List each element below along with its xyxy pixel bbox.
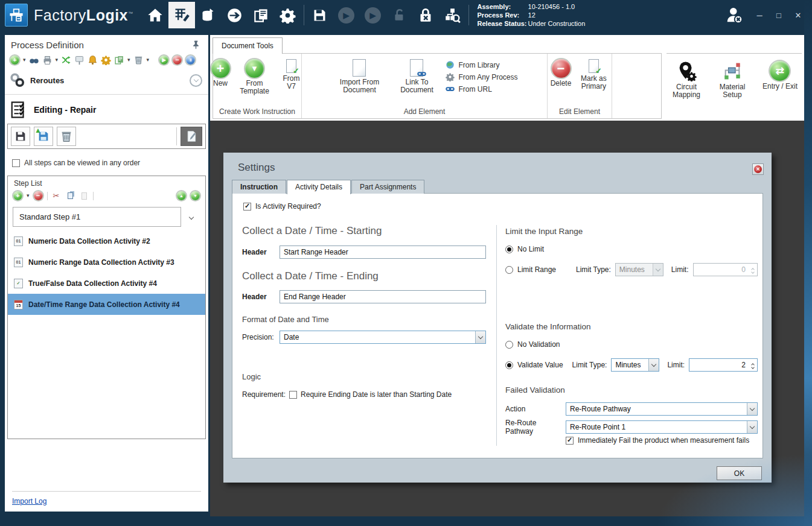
is-activity-required-checkbox[interactable] [243,203,251,211]
trash-dropdown-icon[interactable]: ▾ [147,57,150,63]
titlebar: FactoryLogix™ ▶ ▶ Assembly:10-210456 - 1… [0,0,812,30]
bell-icon[interactable] [88,55,98,65]
validate-value-radio[interactable] [505,361,513,369]
print-icon[interactable] [42,55,53,65]
add-icon[interactable]: + [10,55,20,65]
limit-range-radio[interactable] [505,266,513,274]
add-circle-icon: + [211,59,230,78]
no-limit-row[interactable]: No Limit [505,245,544,253]
step-selector-value[interactable]: Standard Step #1 [13,207,181,227]
no-limit-radio[interactable] [505,246,513,253]
find-icon[interactable] [29,55,39,65]
mark-as-primary-button[interactable]: ✓ Mark as Primary [575,58,612,92]
entry-exit-button[interactable]: ⇄ Entry / Exit [759,60,801,119]
start-header-input[interactable]: Start Range Header [280,246,486,259]
maximize-button[interactable]: □ [771,11,787,20]
material-setup-button[interactable]: Material Setup [714,60,751,119]
sign-icon[interactable] [74,55,85,65]
move-up-icon[interactable]: ▲ [176,191,187,201]
step-list-item[interactable]: ✓ True/False Data Collection Activity #4 [8,273,205,294]
minimize-button[interactable]: ─ [752,11,767,20]
pin-icon[interactable] [191,40,201,50]
reroute-pathway-select[interactable]: Re-Route Point 1 [566,420,758,434]
add-step-icon[interactable]: + [13,191,23,201]
window-edge-decoration [804,0,812,526]
chevron-down-icon[interactable] [747,421,757,433]
dialog-close-button[interactable]: ✕ [752,163,764,175]
import-log-link[interactable]: Import Log [12,497,46,505]
user-logout-icon[interactable] [720,2,748,28]
end-header-input[interactable]: End Range Header [280,290,486,303]
save-icon[interactable] [307,2,333,28]
precision-select[interactable]: Date [280,331,486,344]
save-step-button[interactable] [11,127,30,146]
any-order-checkbox[interactable] [12,159,20,167]
chevron-down-icon [653,264,663,276]
move-down-icon[interactable]: ▼ [190,191,200,201]
validate-value-row[interactable]: Validate Value Limit Type: Minutes Limit… [505,358,758,372]
transfer-icon[interactable] [222,2,248,28]
limit-range-row[interactable]: Limit Range Limit Type: Minutes Limit: 0 [505,263,758,276]
edit-mode-button[interactable] [181,127,202,146]
paste-icon [79,191,89,201]
import-data-icon[interactable] [195,2,222,28]
circuit-mapping-button[interactable]: Circuit Mapping [668,60,705,119]
copy-icon[interactable] [65,191,75,201]
step-list-item-selected[interactable]: 15 Date/Time Range Data Collection Activ… [8,294,205,315]
limit-type-select[interactable]: Minutes [611,358,659,372]
action-select[interactable]: Re-Route Pathway [566,402,758,416]
print-dropdown-icon[interactable]: ▾ [56,57,59,63]
remove-step-icon[interactable]: − [33,191,43,201]
from-url-button[interactable]: From URL [446,84,517,93]
limit-spinner[interactable]: 2 [689,358,758,372]
save-import-button[interactable]: ▲ [34,127,53,146]
link-to-document-button[interactable]: Link To Document [394,58,440,95]
add-step-dropdown-icon[interactable]: ▾ [27,193,30,198]
is-activity-required-row[interactable]: Is Activity Required? [243,202,321,211]
from-template-button[interactable]: ▼ From Template [234,58,275,97]
chevron-down-icon[interactable] [648,359,659,371]
process-designer-icon[interactable] [168,2,195,28]
settings-gear-icon[interactable] [275,2,301,28]
step-selector[interactable]: Standard Step #1 [13,207,200,227]
from-library-button[interactable]: From Library [446,60,517,69]
gear-icon[interactable] [101,55,111,65]
step-list-item[interactable]: 01 Numeric Data Collection Activity #2 [8,230,205,252]
no-validation-row[interactable]: No Validation [505,340,560,349]
reroute-icon[interactable] [61,55,71,65]
is-activity-required-label: Is Activity Required? [255,202,321,211]
no-validation-radio[interactable] [505,341,513,349]
trash-icon[interactable] [133,55,144,65]
process-search-icon[interactable] [440,2,466,28]
export-icon[interactable] [114,55,124,65]
documents-icon[interactable] [248,2,275,28]
add-dropdown-icon[interactable]: ▾ [23,57,26,63]
chevron-down-icon[interactable] [475,331,485,343]
start-icon[interactable]: ▶ [159,55,169,65]
lock-close-icon[interactable] [413,2,440,28]
delete-element-button[interactable]: − Delete [548,58,575,89]
delete-step-button[interactable] [57,127,76,146]
step-list-item[interactable]: 01 Numeric Range Data Collection Activit… [8,252,205,273]
stop-icon[interactable]: − [172,55,182,65]
requirement-checkbox[interactable] [289,391,297,399]
step-list-title: Step List [8,176,205,189]
import-from-document-button[interactable]: Import From Document [331,58,388,95]
tab-activity-details[interactable]: Activity Details [287,180,351,194]
reroutes-row[interactable]: Reroutes [5,68,208,95]
tab-document-tools[interactable]: Document Tools [213,37,283,54]
cut-icon[interactable]: ✂ [51,191,62,201]
immediately-fail-row[interactable]: Immediately Fail the product when measur… [566,436,749,445]
tab-part-assignments[interactable]: Part Assignments [351,180,424,194]
any-order-row[interactable]: All steps can be viewed in any order [5,149,208,173]
tab-instruction[interactable]: Instruction [232,180,286,194]
new-button[interactable]: + New [208,58,233,89]
ok-button[interactable]: OK [717,466,762,480]
pause-icon[interactable]: ‖ [185,55,196,65]
from-any-process-button[interactable]: From Any Process [446,72,517,81]
chevron-down-icon[interactable] [747,403,757,415]
home-icon[interactable] [142,2,168,28]
expand-down-icon[interactable] [190,74,202,87]
export-dropdown-icon[interactable]: ▾ [127,57,130,63]
immediately-fail-checkbox[interactable] [566,437,574,445]
